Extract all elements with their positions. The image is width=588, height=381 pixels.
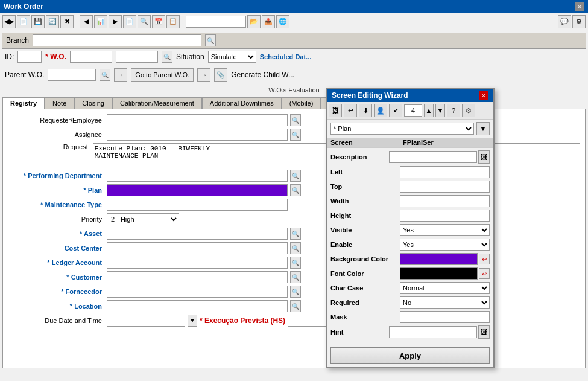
branch-input[interactable]: 1 - BRANCH 01 <box>33 34 201 46</box>
wiz-image-btn[interactable]: 🖼 <box>329 104 342 117</box>
toolbar-btn-web[interactable]: 🌐 <box>276 15 289 28</box>
due-date-dropdown[interactable]: ▼ <box>188 315 197 327</box>
tab-note[interactable]: Note <box>45 97 74 109</box>
ledger-search-btn[interactable]: 🔍 <box>290 257 301 269</box>
wiz-plan-select[interactable]: * Plan <box>330 123 474 135</box>
parent-wo-search-btn[interactable]: 🔍 <box>100 69 110 81</box>
bgcolor-swatch[interactable] <box>400 253 478 265</box>
toolbar-btn-1[interactable]: ◀▶ <box>2 15 16 28</box>
top-input[interactable]: 166 <box>400 181 490 193</box>
apply-btn[interactable]: Apply <box>330 347 490 364</box>
title-close-btn[interactable]: × <box>575 2 584 11</box>
toolbar-btn-export[interactable]: 📤 <box>262 15 275 28</box>
maint-type-input[interactable]: 01 - PREVENTIVE MAINTENANCE <box>107 199 288 211</box>
mask-label: Mask <box>330 313 400 321</box>
wiz-down-btn[interactable]: ⬇ <box>359 104 372 117</box>
toolbar-btn-new[interactable]: 📄 <box>17 15 30 28</box>
bgcolor-reset-btn[interactable]: ↩ <box>479 254 490 264</box>
mask-input[interactable] <box>400 311 490 323</box>
status-field[interactable]: *Open <box>186 16 246 28</box>
customer-input[interactable]: 001 - CIA INDUSTRIAL S/A <box>107 271 288 283</box>
requester-input[interactable]: 53051 - RODRIGO RABELO <box>107 114 288 126</box>
toolbar-btn-open[interactable]: 📂 <box>247 15 261 28</box>
cost-center-search-btn[interactable]: 🔍 <box>290 242 301 254</box>
toolbar-btn-fwd[interactable]: ▶ <box>109 15 122 28</box>
toolbar-btn-delete[interactable]: ✖ <box>60 15 74 28</box>
fontcolor-reset-btn[interactable]: ↩ <box>479 268 490 279</box>
fornecedor-label: * Fornecedor <box>8 288 104 295</box>
width-input[interactable]: 353 <box>400 195 490 207</box>
plan-input[interactable]: 0010 - BIWEEKLY MAINTENANCE PLAN <box>107 184 288 196</box>
cost-center-input[interactable]: 1101 - HEAT TREATMENT <box>107 242 288 254</box>
height-input[interactable] <box>400 210 490 222</box>
wiz-help-btn[interactable]: ? <box>447 104 460 117</box>
tab-mobile[interactable]: (Mobile) <box>282 97 321 109</box>
due-date-input[interactable]: 11/7/2020 11:00:00 <box>107 315 185 327</box>
hint-input[interactable] <box>389 326 477 338</box>
toolbar-btn-save[interactable]: 💾 <box>31 15 45 28</box>
wo-search-btn[interactable]: 🔍 <box>162 51 172 63</box>
wiz-spin-up[interactable]: ▲ <box>424 104 434 117</box>
parent-wo-icon-btn[interactable]: 📎 <box>214 68 227 82</box>
fornecedor-input[interactable] <box>107 286 288 298</box>
goto-parent-arrow[interactable]: → <box>197 68 210 82</box>
wiz-plan-dropdown-btn[interactable]: ▼ <box>476 122 490 135</box>
parent-wo-input[interactable] <box>48 69 96 81</box>
assignee-input[interactable] <box>107 129 288 141</box>
perf-dept-search-btn[interactable]: 🔍 <box>290 170 301 182</box>
customer-search-btn[interactable]: 🔍 <box>290 271 301 283</box>
toolbar-btn-back[interactable]: ◀ <box>80 15 93 28</box>
toolbar-btn-settings2[interactable]: ⚙ <box>572 15 586 28</box>
required-select[interactable]: No Yes <box>400 296 490 309</box>
branch-search-btn[interactable]: 🔍 <box>205 34 216 46</box>
perf-dept-input[interactable]: MEC - MAINT.MECHANICAL <box>107 170 288 182</box>
visible-select[interactable]: Yes No <box>400 224 490 236</box>
tab-registry[interactable]: Registry <box>2 97 45 109</box>
customer-label: * Customer <box>8 274 104 281</box>
desc-icon-btn[interactable]: 🖼 <box>478 150 490 164</box>
desc-input[interactable]: * Plan <box>389 151 477 163</box>
wizard-toolbar: 🖼 ↩ ⬇ 👤 ✔ 4 ▲ ▼ ? ⚙ <box>327 102 493 120</box>
parent-wo-nav-btn[interactable]: → <box>114 68 127 82</box>
priority-select[interactable]: 2 - High <box>107 213 179 225</box>
tab-calibration[interactable]: Calibration/Measurement <box>112 97 202 109</box>
asset-input[interactable]: AAA-0001 - THREE-PHASE MOTORW222 <box>107 228 288 240</box>
tab-downtimes[interactable]: Additional Downtimes <box>202 97 282 109</box>
charcase-select[interactable]: Normal Upper Lower <box>400 282 490 294</box>
left-input[interactable]: 168 <box>400 166 490 178</box>
fornecedor-search-btn[interactable]: 🔍 <box>290 286 301 298</box>
toolbar-btn-refresh[interactable]: 🔄 <box>46 15 59 28</box>
asset-search-btn[interactable]: 🔍 <box>290 228 301 240</box>
toolbar-btn-doc[interactable]: 📄 <box>123 15 136 28</box>
fontcolor-swatch[interactable] <box>400 267 478 280</box>
assignee-search-btn[interactable]: 🔍 <box>290 129 301 141</box>
wizard-close-btn[interactable]: × <box>479 91 488 100</box>
situation-select[interactable]: Simulate <box>208 51 256 63</box>
perf-dept-label: * Performing Department <box>8 172 104 179</box>
hint-icon-btn[interactable]: 🖼 <box>478 325 490 339</box>
requester-search-btn[interactable]: 🔍 <box>290 114 301 126</box>
toolbar-btn-chat[interactable]: 💬 <box>558 15 571 28</box>
toolbar-btn-list[interactable]: 📋 <box>166 15 180 28</box>
wiz-check-btn[interactable]: ✔ <box>389 104 402 117</box>
wo-input1[interactable]: 000053 <box>70 51 112 63</box>
wo-input2[interactable]: 000053 <box>116 51 158 63</box>
plan-search-btn[interactable]: 🔍 <box>290 184 301 196</box>
toolbar-btn-chart[interactable]: 📊 <box>94 15 107 28</box>
location-input[interactable]: 20 - PRODUCTION 01 <box>107 300 288 312</box>
ledger-input[interactable]: 01 - ACCOUNT - EQUIPMENT <box>107 257 288 269</box>
wiz-num-input[interactable]: 4 <box>404 104 422 117</box>
wiz-settings-btn[interactable]: ⚙ <box>462 104 475 117</box>
toolbar-btn-search-main[interactable]: 🔍 <box>138 15 151 28</box>
wiz-undo-btn[interactable]: ↩ <box>344 104 357 117</box>
id-input[interactable]: 121 <box>17 51 42 63</box>
goto-parent-btn[interactable]: Go to Parent W.O. <box>131 68 194 82</box>
tab-closing[interactable]: Closing <box>74 97 112 109</box>
wiz-spin-down[interactable]: ▼ <box>435 104 445 117</box>
location-search-btn[interactable]: 🔍 <box>290 300 301 312</box>
wiz-person-btn[interactable]: 👤 <box>374 104 387 117</box>
toolbar-btn-cal[interactable]: 📅 <box>152 15 165 28</box>
enable-select[interactable]: Yes No <box>400 239 490 251</box>
prop-bgcolor: Background Color ↩ <box>330 253 490 265</box>
requester-label: Requester/Employee <box>8 117 104 124</box>
